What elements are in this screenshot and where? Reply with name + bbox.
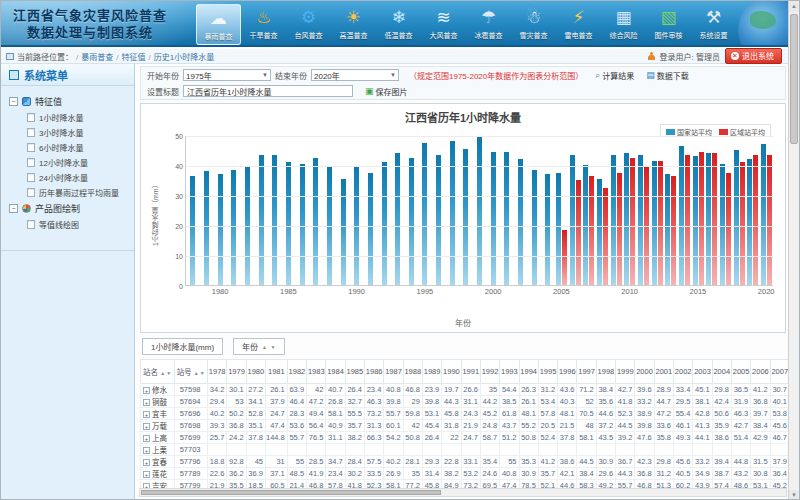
bar-national-1980[interactable]: [218, 174, 223, 285]
bar-regional-2013[interactable]: [671, 176, 676, 286]
nav-item-雪灾普查[interactable]: ☃ 雪灾普查: [511, 4, 556, 45]
col-year-2001[interactable]: 2001: [654, 360, 673, 384]
nav-item-干旱普查[interactable]: ♨ 干旱普查: [241, 4, 286, 45]
col-year-1994[interactable]: 1994: [519, 360, 538, 384]
tree-item-24小时降水量[interactable]: 24小时降水量: [27, 172, 130, 183]
col-year-1990[interactable]: 1990: [442, 360, 461, 384]
tree-toggle-icon[interactable]: −: [9, 97, 18, 106]
bar-regional-2017[interactable]: [726, 173, 731, 286]
bar-national-2005[interactable]: [556, 173, 561, 286]
bar-national-1984[interactable]: [272, 155, 277, 286]
bar-regional-2012[interactable]: [658, 161, 663, 286]
bar-national-2009[interactable]: [611, 155, 616, 286]
bar-national-1995[interactable]: [422, 143, 427, 286]
col-year-1989[interactable]: 1989: [422, 360, 441, 384]
bar-national-1993[interactable]: [395, 153, 400, 285]
breadcrumb-item[interactable]: 特征值: [121, 53, 145, 62]
col-year-1997[interactable]: 1997: [577, 360, 596, 384]
col-year-1979[interactable]: 1979: [227, 360, 246, 384]
col-year-2004[interactable]: 2004: [712, 360, 731, 384]
bar-national-1994[interactable]: [409, 158, 414, 286]
table-row[interactable]: +宜丰 5769640.250.252.824.728.349.458.155.…: [141, 408, 790, 420]
bar-national-2006[interactable]: [570, 155, 575, 286]
bar-regional-2009[interactable]: [617, 173, 622, 286]
bar-national-1998[interactable]: [463, 149, 468, 286]
bar-national-2018[interactable]: [734, 150, 739, 285]
table-row[interactable]: +修水 5759834.230.127.226.163.94240.726.42…: [141, 384, 790, 396]
tree-item-12小时降水量[interactable]: 12小时降水量: [27, 157, 130, 168]
bar-regional-2015[interactable]: [699, 152, 704, 286]
bar-regional-2014[interactable]: [685, 155, 690, 286]
tree-toggle-icon[interactable]: −: [9, 204, 18, 213]
nav-item-大风普查[interactable]: ≋ 大风普查: [421, 4, 466, 45]
nav-item-暴雨普查[interactable]: ☁ 暴雨普查: [196, 4, 241, 45]
bar-national-2000[interactable]: [491, 152, 496, 286]
bar-regional-2008[interactable]: [603, 188, 608, 286]
bar-regional-2016[interactable]: [712, 153, 717, 285]
metric-chip[interactable]: 1小时降水量(mm): [142, 338, 223, 355]
data-download-button[interactable]: ▤ 数据下载: [646, 70, 689, 81]
year-sort-chip[interactable]: 年份 ▲ ▼: [233, 338, 285, 355]
end-year-select[interactable]: 2020年▼: [311, 69, 399, 81]
bar-national-2003[interactable]: [532, 170, 537, 286]
col-year-1996[interactable]: 1996: [558, 360, 577, 384]
bar-national-2017[interactable]: [720, 164, 725, 286]
horizontal-scrollbar[interactable]: [139, 488, 787, 497]
compute-result-button[interactable]: ⌕ 计算结果: [595, 70, 634, 81]
scroll-up-arrow[interactable]: ▲: [789, 1, 799, 12]
nav-item-综合风险[interactable]: ▦ 综合风险: [601, 4, 646, 45]
bar-national-1987[interactable]: [313, 158, 318, 286]
nav-item-图件审核[interactable]: ▧ 图件审核: [646, 4, 691, 45]
expand-icon[interactable]: +: [143, 471, 150, 478]
col-year-1983[interactable]: 1983: [307, 360, 326, 384]
col-year-1992[interactable]: 1992: [480, 360, 499, 384]
tree-item-3小时降水量[interactable]: 3小时降水量: [27, 127, 130, 138]
table-row[interactable]: +万载 5769839.336.835.147.453.656.440.935.…: [141, 420, 790, 432]
bar-national-2012[interactable]: [652, 161, 657, 286]
bar-national-1983[interactable]: [259, 155, 264, 286]
col-year-2005[interactable]: 2005: [731, 360, 750, 384]
col-year-2006[interactable]: 2006: [751, 360, 770, 384]
bar-regional-2019[interactable]: [753, 155, 758, 286]
nav-item-台风普查[interactable]: ⚙ 台风普查: [286, 4, 331, 45]
col-year-1995[interactable]: 1995: [538, 360, 557, 384]
vertical-scroll-thumb[interactable]: [790, 14, 798, 144]
nav-item-雷电普查[interactable]: ⚡ 雷电普查: [556, 4, 601, 45]
bar-national-1985[interactable]: [286, 162, 291, 285]
expand-icon[interactable]: +: [143, 435, 150, 442]
bar-national-2016[interactable]: [706, 153, 711, 285]
expand-icon[interactable]: +: [143, 411, 150, 418]
bar-national-2011[interactable]: [638, 155, 643, 286]
scroll-down-arrow[interactable]: ▼: [789, 490, 799, 500]
tree-item-1小时降水量[interactable]: 1小时降水量: [27, 112, 130, 123]
bar-national-1981[interactable]: [231, 170, 236, 286]
breadcrumb-item[interactable]: 历史1小时降水量: [154, 53, 214, 62]
col-year-1980[interactable]: 1980: [246, 360, 265, 384]
bar-national-1997[interactable]: [450, 141, 455, 285]
tree-item-历年暴雨过程平均雨量[interactable]: 历年暴雨过程平均雨量: [27, 187, 130, 198]
col-year-2007[interactable]: 2007: [770, 360, 789, 384]
col-year-1993[interactable]: 1993: [500, 360, 519, 384]
tree-item-等值线绘图[interactable]: 等值线绘图: [27, 219, 130, 230]
table-row[interactable]: +莲花 5778922.636.236.937.148.541.923.430.…: [141, 468, 790, 480]
nav-item-系统设置[interactable]: ⚒ 系统设置: [691, 4, 736, 45]
vertical-scrollbar[interactable]: ▲ ▼: [788, 1, 799, 500]
col-station-name[interactable]: 站名 ▲▼: [141, 360, 175, 384]
bar-national-2008[interactable]: [597, 179, 602, 286]
col-year-1985[interactable]: 1985: [345, 360, 364, 384]
expand-icon[interactable]: +: [143, 387, 150, 394]
bar-national-2001[interactable]: [504, 152, 509, 286]
bar-national-1986[interactable]: [300, 164, 305, 286]
expand-icon[interactable]: +: [143, 447, 150, 454]
table-row[interactable]: +上栗 57703: [141, 444, 790, 456]
col-year-1988[interactable]: 1988: [403, 360, 422, 384]
bar-national-1996[interactable]: [436, 155, 441, 286]
save-image-button[interactable]: ▣ 保存图片: [365, 86, 408, 97]
chart-title-input[interactable]: 江西省历年1小时降水量: [183, 85, 353, 97]
tree-item-6小时降水量[interactable]: 6小时降水量: [27, 142, 130, 153]
col-year-1998[interactable]: 1998: [596, 360, 615, 384]
bar-national-1989[interactable]: [341, 179, 346, 286]
col-year-1991[interactable]: 1991: [461, 360, 480, 384]
bar-national-2010[interactable]: [624, 153, 629, 285]
start-year-select[interactable]: 1975年▼: [183, 69, 271, 81]
